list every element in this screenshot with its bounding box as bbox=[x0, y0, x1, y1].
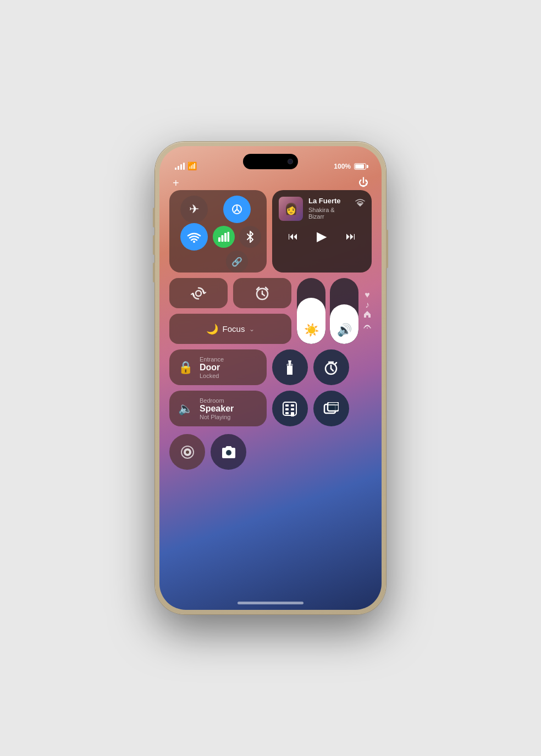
home-icon bbox=[363, 310, 372, 321]
wifi-button[interactable] bbox=[180, 223, 208, 251]
window-button[interactable] bbox=[313, 391, 349, 426]
svg-rect-20 bbox=[285, 404, 289, 407]
svg-line-16 bbox=[331, 369, 333, 371]
bluetooth-button[interactable] bbox=[239, 226, 261, 248]
airplay-button[interactable] bbox=[355, 197, 365, 209]
brightness-slider[interactable]: ☀️ bbox=[297, 278, 325, 344]
bottom-buttons-row bbox=[169, 434, 372, 470]
volume-slider[interactable]: 🔊 bbox=[330, 278, 358, 344]
speaker-tile[interactable]: 🔈 Bedroom Speaker Not Playing bbox=[169, 391, 267, 426]
flashlight-button[interactable] bbox=[272, 349, 308, 385]
door-sublabel: Entrance bbox=[200, 356, 224, 363]
middle-section: 🌙 Focus ⌄ ☀️ bbox=[169, 278, 372, 344]
record-button[interactable] bbox=[169, 434, 205, 470]
svg-rect-2 bbox=[218, 237, 220, 242]
top-icons-bar: + ⏻ bbox=[159, 177, 382, 190]
svg-rect-24 bbox=[285, 412, 289, 414]
row-connectivity-nowplaying: ✈ bbox=[169, 190, 372, 273]
brightness-track[interactable]: ☀️ bbox=[297, 278, 325, 344]
left-controls-panel: 🌙 Focus ⌄ bbox=[169, 278, 291, 344]
battery-icon bbox=[354, 163, 366, 170]
svg-rect-3 bbox=[222, 235, 224, 242]
battery-fill bbox=[355, 164, 364, 169]
status-right: 100% bbox=[334, 163, 366, 170]
focus-button[interactable]: 🌙 Focus ⌄ bbox=[169, 314, 291, 344]
play-pause-button[interactable]: ▶ bbox=[317, 229, 327, 244]
speaker-main-label: Speaker bbox=[200, 404, 234, 414]
speaker-sublabel: Bedroom bbox=[200, 397, 234, 404]
phone-screen: 📶 100% + ⏻ ✈ bbox=[159, 146, 382, 610]
camera-button[interactable] bbox=[211, 434, 246, 470]
control-center: ✈ bbox=[169, 190, 372, 593]
cellular-button[interactable] bbox=[213, 226, 235, 248]
add-control-button[interactable]: + bbox=[173, 177, 179, 190]
track-title: La Fuerte bbox=[308, 197, 350, 205]
calculator-button[interactable] bbox=[272, 391, 308, 426]
link-button[interactable]: 🔗 bbox=[226, 251, 248, 273]
svg-line-9 bbox=[262, 294, 264, 296]
door-main-label: Door bbox=[200, 363, 224, 373]
side-icon-panel: ♥ ♪ bbox=[363, 288, 372, 334]
signal-bar-2 bbox=[178, 166, 179, 170]
door-status: Locked bbox=[200, 373, 224, 379]
lock-icon: 🔒 bbox=[178, 360, 193, 375]
status-left: 📶 bbox=[175, 162, 197, 170]
svg-rect-5 bbox=[228, 232, 230, 242]
phone-frame: 📶 100% + ⏻ ✈ bbox=[155, 142, 386, 614]
door-info: Entrance Door Locked bbox=[200, 356, 224, 379]
now-playing-header: 👩 La Fuerte Shakira & Bizarr bbox=[279, 197, 365, 221]
speaker-calc-row: 🔈 Bedroom Speaker Not Playing bbox=[169, 391, 372, 426]
rewind-button[interactable]: ⏮ bbox=[288, 231, 298, 242]
speaker-status: Not Playing bbox=[200, 414, 234, 420]
focus-label: Focus bbox=[223, 324, 245, 333]
fast-forward-button[interactable]: ⏭ bbox=[346, 231, 356, 242]
track-artist: Shakira & Bizarr bbox=[308, 207, 350, 220]
signal-waves-icon bbox=[363, 321, 372, 332]
svg-rect-27 bbox=[328, 402, 339, 411]
playback-controls: ⏮ ▶ ⏭ bbox=[279, 229, 365, 244]
camera-sensor bbox=[288, 159, 292, 164]
svg-line-18 bbox=[335, 363, 336, 364]
speaker-icon: 🔈 bbox=[178, 402, 193, 416]
brightness-icon: ☀️ bbox=[304, 323, 319, 337]
signal-bar-3 bbox=[180, 164, 182, 170]
moon-icon: 🌙 bbox=[206, 323, 218, 335]
now-playing-tile[interactable]: 👩 La Fuerte Shakira & Bizarr bbox=[272, 190, 372, 273]
airplane-mode-button[interactable]: ✈ bbox=[180, 196, 208, 223]
signal-bar-4 bbox=[183, 163, 185, 170]
small-tiles-row bbox=[169, 278, 291, 308]
svg-point-12 bbox=[367, 327, 368, 329]
svg-rect-23 bbox=[291, 408, 294, 410]
screen-rotation-button[interactable] bbox=[169, 278, 228, 308]
door-lock-tile[interactable]: 🔒 Entrance Door Locked bbox=[169, 349, 267, 385]
svg-rect-19 bbox=[283, 402, 296, 415]
svg-point-13 bbox=[286, 363, 293, 366]
svg-rect-25 bbox=[291, 412, 294, 416]
connectivity-tile[interactable]: ✈ bbox=[169, 190, 267, 273]
svg-rect-22 bbox=[285, 408, 289, 410]
alarm-button[interactable] bbox=[233, 278, 291, 308]
signal-bar-1 bbox=[175, 168, 176, 170]
battery-percentage: 100% bbox=[334, 163, 351, 170]
airdrop-button[interactable] bbox=[223, 196, 251, 223]
svg-rect-4 bbox=[224, 233, 227, 242]
volume-track[interactable]: 🔊 bbox=[330, 278, 358, 344]
svg-rect-21 bbox=[291, 404, 294, 407]
heart-icon: ♥ bbox=[363, 290, 372, 300]
signal-bars bbox=[175, 163, 185, 170]
music-note-icon: ♪ bbox=[363, 300, 372, 310]
track-info: La Fuerte Shakira & Bizarr bbox=[308, 197, 350, 220]
door-flashlight-row: 🔒 Entrance Door Locked bbox=[169, 349, 372, 385]
focus-chevron: ⌄ bbox=[249, 325, 255, 333]
svg-point-6 bbox=[196, 291, 201, 296]
svg-point-31 bbox=[186, 451, 189, 454]
album-art: 👩 bbox=[279, 197, 303, 221]
dynamic-island bbox=[243, 154, 298, 169]
power-button[interactable]: ⏻ bbox=[358, 177, 368, 190]
timer-button[interactable] bbox=[313, 349, 349, 385]
sliders-section: ☀️ 🔊 ♥ ♪ bbox=[297, 278, 372, 344]
svg-point-33 bbox=[227, 451, 230, 454]
home-indicator[interactable] bbox=[238, 602, 303, 604]
svg-point-1 bbox=[193, 241, 195, 243]
wifi-status-icon: 📶 bbox=[187, 162, 197, 170]
